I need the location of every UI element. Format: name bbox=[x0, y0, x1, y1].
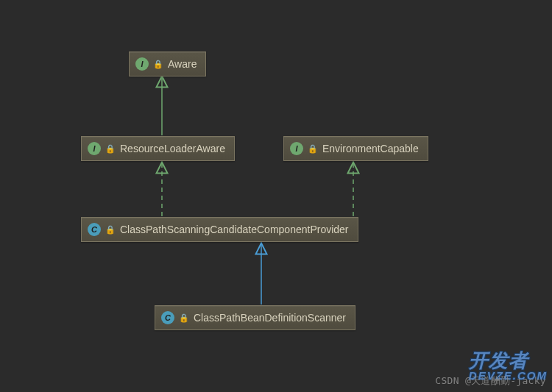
csdn-watermark: CSDN @天道酬勤-jacky bbox=[435, 374, 546, 388]
class-hierarchy-diagram: I 🔒 Aware I 🔒 ResourceLoaderAware I 🔒 En… bbox=[0, 0, 552, 392]
interface-icon: I bbox=[88, 142, 101, 155]
class-icon: C bbox=[88, 223, 101, 236]
class-icon: C bbox=[161, 311, 174, 324]
connector-layer bbox=[0, 0, 552, 392]
node-resource-loader-aware[interactable]: I 🔒 ResourceLoaderAware bbox=[81, 136, 235, 161]
interface-icon: I bbox=[290, 142, 303, 155]
lock-icon: 🔒 bbox=[308, 145, 318, 153]
node-label: Aware bbox=[168, 58, 197, 70]
node-environment-capable[interactable]: I 🔒 EnvironmentCapable bbox=[283, 136, 428, 161]
lock-icon: 🔒 bbox=[105, 145, 116, 153]
node-classpath-bean-definition-scanner[interactable]: C 🔒 ClassPathBeanDefinitionScanner bbox=[155, 305, 355, 330]
node-label: EnvironmentCapable bbox=[322, 143, 419, 154]
interface-icon: I bbox=[135, 57, 149, 71]
lock-icon: 🔒 bbox=[153, 60, 163, 68]
lock-icon: 🔒 bbox=[105, 226, 116, 234]
node-classpath-scanning-candidate-component-provider[interactable]: C 🔒 ClassPathScanningCandidateComponentP… bbox=[81, 217, 358, 242]
node-label: ClassPathScanningCandidateComponentProvi… bbox=[120, 224, 349, 235]
node-aware[interactable]: I 🔒 Aware bbox=[129, 51, 206, 76]
lock-icon: 🔒 bbox=[179, 314, 189, 322]
node-label: ResourceLoaderAware bbox=[120, 143, 225, 154]
node-label: ClassPathBeanDefinitionScanner bbox=[194, 312, 346, 324]
